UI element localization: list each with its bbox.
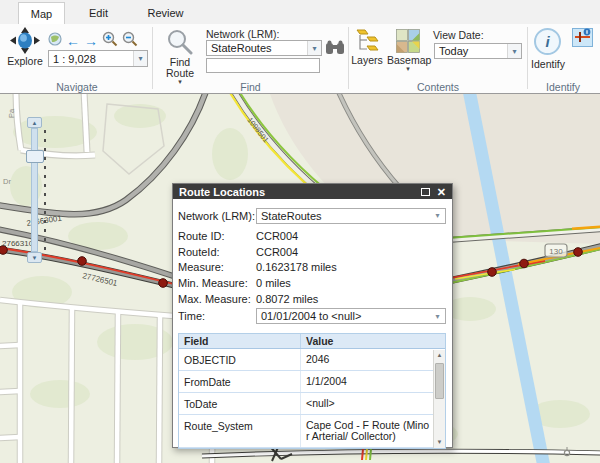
fixed-zoom-out-icon[interactable] [122, 31, 138, 51]
route-point-marker [159, 279, 168, 288]
identify-route-icon [574, 28, 591, 47]
explore-label: Explore [4, 56, 46, 67]
field-column-header: Field [179, 334, 301, 348]
max-measure-row: Max. Measure: 0.8072 miles [178, 291, 446, 307]
maximize-icon[interactable] [421, 188, 430, 196]
contents-group-label: Contents [349, 81, 527, 93]
identify-label: Identify [528, 59, 568, 70]
table-row[interactable]: FromDate 1/1/2004 [179, 371, 445, 393]
slider-ticks [44, 130, 46, 250]
close-icon[interactable]: ✕ [437, 187, 446, 197]
route-point-marker [78, 257, 87, 266]
dialog-title: Route Locations [173, 186, 265, 198]
identify-group-label: Identify [528, 81, 598, 93]
slider-track[interactable] [31, 128, 38, 252]
table-row[interactable]: Route_System Cape Cod - F Route (Minor A… [179, 415, 445, 448]
route-id-row: Route ID: CCR004 [178, 228, 446, 244]
group-find: Find Route ▾ Network (LRM): StateRoutes … [153, 24, 348, 94]
binoculars-icon[interactable] [326, 40, 344, 59]
scroll-thumb[interactable] [435, 363, 444, 399]
group-contents: Layers Basemap ▾ View Date: Today ▾ [349, 24, 527, 94]
tab-edit[interactable]: Edit [65, 2, 132, 24]
chevron-down-icon: ▾ [387, 66, 429, 72]
group-identify: i Identify Identify [528, 24, 598, 94]
chevron-down-icon[interactable]: ▾ [430, 309, 445, 323]
table-scrollbar[interactable]: ▲ ▼ [433, 350, 445, 448]
map-scale-combo[interactable]: 1 : 9,028 ▾ [48, 50, 148, 67]
dialog-header[interactable]: Route Locations ✕ [173, 184, 452, 199]
street-name-label: Pa [7, 108, 16, 118]
network-lrm-label: Network (LRM): [206, 28, 280, 40]
max-measure-value: 0.8072 miles [256, 293, 446, 305]
min-measure-row: Min. Measure: 0 miles [178, 275, 446, 291]
table-row[interactable]: ToDate <null> [179, 393, 445, 415]
view-date-combo[interactable]: Today ▾ [434, 43, 522, 59]
identify-button[interactable]: i [534, 28, 561, 55]
scroll-up-icon[interactable]: ▲ [434, 350, 445, 361]
network-combo[interactable]: StateRoutes ▾ [256, 208, 446, 224]
navigate-group-label: Navigate [2, 81, 152, 93]
measure-row: Measure: 0.1623178 miles [178, 260, 446, 276]
ribbon-tab-bar: Map Edit Review [0, 0, 600, 24]
group-navigate: Explore ← → [2, 24, 152, 94]
identify-route-locations-button[interactable] [572, 28, 593, 47]
ribbon-toolbar: Explore ← → [0, 24, 600, 94]
view-date-label: View Date: [433, 29, 484, 41]
chevron-down-icon[interactable]: ▾ [430, 209, 445, 223]
table-header: Field Value [179, 334, 445, 349]
route-point-marker [520, 259, 529, 268]
tab-review[interactable]: Review [132, 2, 199, 24]
route-id-input[interactable] [206, 58, 320, 73]
find-route-button[interactable]: Find Route ▾ [161, 29, 199, 85]
find-group-label: Find [153, 81, 348, 93]
chevron-down-icon[interactable]: ▾ [133, 51, 147, 66]
explore-button[interactable]: Explore [4, 27, 46, 67]
next-extent-icon[interactable]: → [84, 34, 98, 48]
slider-thumb[interactable] [26, 150, 44, 163]
route-id-value: CCR004 [256, 230, 446, 242]
tab-map[interactable]: Map [18, 2, 65, 24]
time-row: Time: 01/01/2004 to <null> ▾ [178, 308, 446, 325]
chevron-down-icon[interactable]: ▾ [507, 44, 521, 58]
attributes-table: Field Value OBJECTID 2046 FromDate 1/1/2… [178, 333, 446, 449]
layers-button[interactable]: Layers [349, 29, 385, 66]
identify-icon: i [545, 33, 549, 50]
basemap-button[interactable]: Basemap ▾ [387, 29, 429, 72]
value-column-header: Value [301, 335, 445, 347]
chevron-down-icon[interactable]: ▾ [307, 41, 321, 55]
slider-down-icon[interactable]: ▼ [27, 252, 42, 263]
scroll-down-icon[interactable]: ▼ [434, 437, 445, 448]
previous-extent-icon[interactable]: ← [66, 34, 80, 48]
full-extent-globe-icon[interactable] [48, 32, 62, 50]
routeid-value: CCR004 [256, 246, 446, 258]
network-row: Network (LRM): StateRoutes ▾ [178, 207, 446, 224]
app-window: Map Edit Review Explore [0, 0, 600, 463]
min-measure-value: 0 miles [256, 277, 446, 289]
route-shield-label: 130 [549, 247, 563, 256]
measure-value: 0.1623178 miles [256, 261, 446, 273]
route-point-marker [488, 268, 497, 277]
fixed-zoom-in-icon[interactable] [102, 31, 118, 51]
slider-up-icon[interactable]: ▲ [27, 117, 42, 128]
network-lrm-combo[interactable]: StateRoutes ▾ [206, 40, 322, 56]
route-locations-dialog: Route Locations ✕ Network (LRM): StateRo… [172, 183, 453, 448]
routeid-row: RouteId: CCR004 [178, 244, 446, 260]
route-point-marker [574, 248, 583, 257]
street-name-label: Dr [3, 177, 11, 186]
time-combo[interactable]: 01/01/2004 to <null> ▾ [256, 308, 446, 324]
table-row[interactable]: OBJECTID 2046 [179, 349, 445, 371]
dialog-body: Network (LRM): StateRoutes ▾ Route ID: C… [173, 199, 452, 447]
